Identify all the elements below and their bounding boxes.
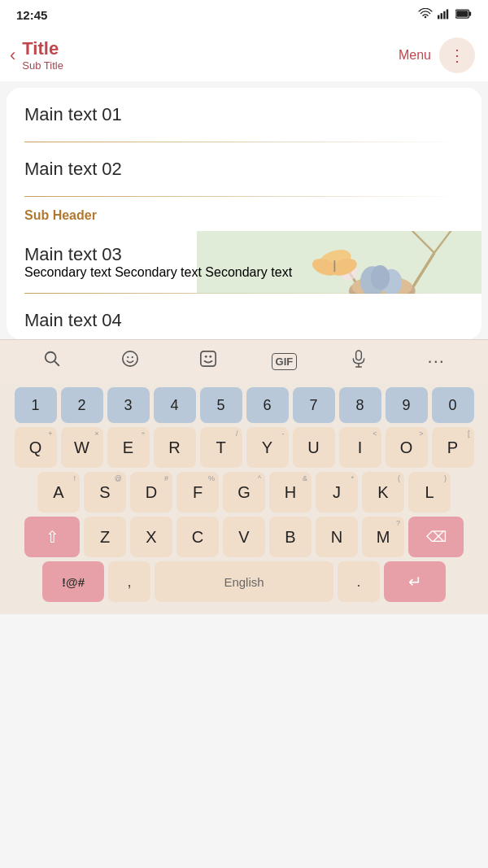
svg-point-31 [210, 355, 212, 358]
signal-icon [438, 8, 451, 22]
status-icons [418, 8, 472, 22]
gif-button[interactable]: GIF [272, 353, 298, 370]
key-y[interactable]: -Y [246, 427, 289, 468]
comma-key[interactable]: , [108, 561, 150, 602]
list-item-2[interactable]: Main text 02 [7, 142, 481, 196]
key-c[interactable]: C [176, 517, 219, 557]
key-r[interactable]: R [154, 427, 196, 468]
svg-rect-5 [469, 11, 472, 15]
asdf-row: !A @S #D %F ^G &H *J (K )L [3, 472, 485, 513]
enter-key[interactable]: ↵ [384, 561, 446, 602]
app-bar-left: ‹ Title Sub Title [10, 38, 63, 72]
key-b[interactable]: B [269, 517, 312, 557]
backspace-key[interactable]: ⌫ [408, 517, 464, 557]
key-0[interactable]: 0 [432, 387, 474, 423]
key-4[interactable]: 4 [154, 387, 196, 423]
zxcv-row: ⇧ Z X C V B N ?M ⌫ [3, 517, 485, 557]
app-bar-title: Title Sub Title [22, 38, 63, 72]
sticker-icon[interactable] [193, 347, 224, 376]
list-item-3[interactable]: Main text 03 Secondary text Secondary te… [7, 231, 481, 294]
key-i[interactable]: <I [339, 427, 381, 468]
key-7[interactable]: 7 [293, 387, 335, 423]
svg-point-27 [127, 356, 129, 358]
key-e[interactable]: ÷E [107, 427, 150, 468]
key-m[interactable]: ?M [362, 517, 404, 557]
key-2[interactable]: 2 [61, 387, 103, 423]
key-t[interactable]: /T [200, 427, 242, 468]
more-button[interactable]: ⋮ [439, 37, 475, 73]
svg-point-26 [123, 351, 137, 366]
period-key[interactable]: . [338, 561, 380, 602]
svg-rect-2 [443, 11, 445, 19]
qwerty-row: +Q ×W ÷E R /T -Y U <I >O [P [3, 427, 485, 468]
app-title: Title [22, 38, 63, 59]
key-5[interactable]: 5 [200, 387, 242, 423]
main-text-4: Main text 04 [24, 310, 122, 330]
back-button[interactable]: ‹ [10, 45, 15, 66]
key-u[interactable]: U [293, 427, 335, 468]
status-bar: 12:45 [0, 0, 488, 29]
key-9[interactable]: 9 [386, 387, 428, 423]
key-k[interactable]: (K [362, 472, 404, 513]
key-g[interactable]: ^G [223, 472, 265, 513]
main-text-2: Main text 02 [24, 159, 122, 179]
key-w[interactable]: ×W [61, 427, 103, 468]
key-8[interactable]: 8 [339, 387, 381, 423]
key-6[interactable]: 6 [246, 387, 289, 423]
svg-rect-1 [441, 13, 442, 19]
svg-rect-0 [438, 15, 439, 19]
key-s[interactable]: @S [84, 472, 126, 513]
key-q[interactable]: +Q [15, 427, 57, 468]
secondary-text-3: Secondary text Secondary text Secondary … [24, 265, 464, 280]
key-j[interactable]: *J [316, 472, 358, 513]
list-item-4[interactable]: Main text 04 [7, 294, 481, 339]
mic-icon[interactable] [344, 347, 373, 376]
key-1[interactable]: 1 [15, 387, 57, 423]
key-a[interactable]: !A [37, 472, 80, 513]
svg-line-25 [54, 361, 59, 365]
key-x[interactable]: X [130, 517, 172, 557]
menu-button[interactable]: Menu [399, 48, 431, 63]
search-icon[interactable] [37, 347, 68, 376]
item-3-content: Main text 03 Secondary text Secondary te… [7, 231, 481, 293]
svg-rect-3 [447, 9, 448, 19]
key-l[interactable]: )L [408, 472, 451, 513]
svg-point-30 [205, 355, 207, 358]
keyboard: 1 2 3 4 5 6 7 8 9 0 +Q ×W ÷E R /T -Y U <… [0, 382, 488, 614]
svg-rect-6 [456, 11, 468, 17]
key-f[interactable]: %F [176, 472, 219, 513]
app-subtitle: Sub Title [22, 59, 63, 72]
app-bar: ‹ Title Sub Title Menu ⋮ [0, 29, 488, 81]
wifi-icon [418, 8, 433, 22]
space-key[interactable]: English [155, 561, 333, 602]
key-o[interactable]: >O [386, 427, 428, 468]
key-v[interactable]: V [223, 517, 265, 557]
key-h[interactable]: &H [269, 472, 312, 513]
main-text-3: Main text 03 [24, 244, 464, 265]
svg-rect-32 [356, 351, 362, 360]
keyboard-toolbar: GIF ··· [0, 339, 488, 382]
svg-point-28 [132, 356, 133, 358]
sub-header: Sub Header [7, 197, 481, 231]
shift-key[interactable]: ⇧ [24, 517, 80, 557]
content-area: Main text 01 Main text 02 Sub Header [7, 88, 481, 339]
key-z[interactable]: Z [84, 517, 126, 557]
bottom-row: !@# , English . ↵ [3, 561, 485, 602]
key-n[interactable]: N [316, 517, 358, 557]
svg-rect-29 [201, 351, 216, 366]
emoji-icon[interactable] [115, 347, 146, 376]
key-3[interactable]: 3 [107, 387, 150, 423]
more-toolbar-icon[interactable]: ··· [421, 347, 451, 375]
status-time: 12:45 [16, 8, 47, 22]
number-row: 1 2 3 4 5 6 7 8 9 0 [3, 387, 485, 423]
list-item-1[interactable]: Main text 01 [7, 88, 481, 142]
sym-key[interactable]: !@# [42, 561, 104, 602]
battery-icon [455, 8, 472, 22]
main-text-1: Main text 01 [24, 104, 122, 124]
key-d[interactable]: #D [130, 472, 172, 513]
app-bar-right: Menu ⋮ [399, 37, 475, 73]
key-p[interactable]: [P [432, 427, 474, 468]
